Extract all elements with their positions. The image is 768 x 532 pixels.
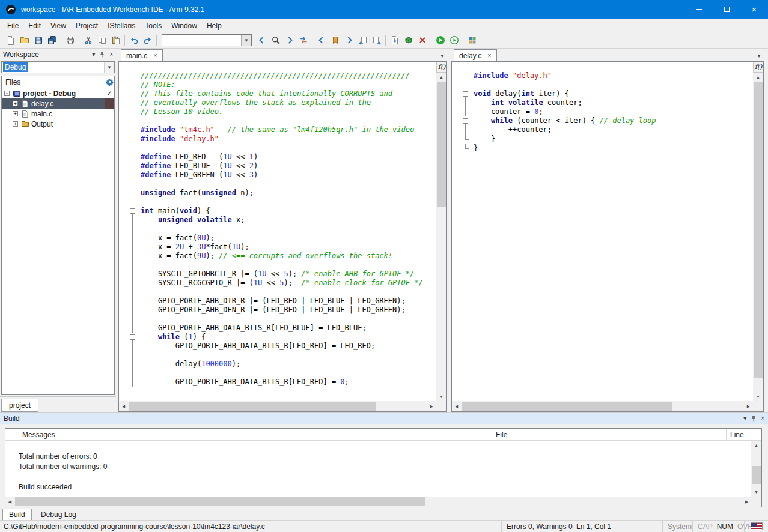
maximize-button[interactable]: [713, 0, 740, 19]
tab-close-icon[interactable]: ×: [487, 52, 491, 59]
download-and-debug-button[interactable]: [433, 34, 447, 47]
fold-collapse-icon[interactable]: -: [463, 118, 468, 124]
code-line[interactable]: x = 2U + 3U*fact(1U);: [119, 243, 436, 252]
vertical-scrollbar[interactable]: ▲ ▼: [751, 441, 761, 497]
scroll-right-icon[interactable]: ▶: [427, 401, 436, 411]
code-line[interactable]: [119, 369, 436, 378]
save-all-button[interactable]: [45, 34, 59, 47]
menu-item-tools[interactable]: Tools: [140, 20, 166, 32]
print-button[interactable]: [63, 34, 77, 47]
code-line[interactable]: #define LED_RED (1U << 1): [119, 153, 436, 162]
tab-close-icon[interactable]: ×: [153, 52, 157, 59]
code-line[interactable]: [119, 198, 436, 207]
expand-icon[interactable]: +: [13, 121, 18, 127]
code-line[interactable]: x = fact(0U);: [119, 234, 436, 243]
open-file-button[interactable]: [17, 34, 31, 47]
code-line[interactable]: delay(1000000);: [119, 360, 436, 369]
copy-button[interactable]: [95, 34, 109, 47]
code-line[interactable]: // eventually overflows the stack as exp…: [119, 98, 436, 107]
menu-item-help[interactable]: Help: [202, 20, 227, 32]
pin-icon[interactable]: [751, 415, 757, 422]
tree-item-project-debug[interactable]: -project - Debug✓: [2, 88, 114, 98]
code-editor[interactable]: f() #include "delay.h"-void delay(int it…: [451, 61, 764, 412]
navigate-backward-button[interactable]: [314, 34, 328, 47]
scroll-right-icon[interactable]: ▶: [744, 401, 753, 411]
find-previous-button[interactable]: [255, 34, 269, 47]
find-input[interactable]: [162, 35, 241, 46]
scroll-down-icon[interactable]: ▼: [753, 392, 763, 401]
new-document-button[interactable]: [4, 34, 17, 47]
replace-button[interactable]: [296, 34, 310, 47]
code-line[interactable]: // Lesson-10 video.: [119, 107, 436, 116]
fold-collapse-icon[interactable]: -: [130, 334, 135, 340]
function-list-button[interactable]: f(): [753, 62, 763, 73]
menu-item-project[interactable]: Project: [71, 20, 103, 32]
scroll-up-icon[interactable]: ▲: [753, 73, 763, 82]
code-line[interactable]: }: [452, 135, 753, 144]
code-line[interactable]: [119, 144, 436, 153]
code-line[interactable]: x = fact(9U); // <== corrupts and overfl…: [119, 252, 436, 261]
scrollbar-thumb[interactable]: [754, 82, 763, 378]
fold-collapse-icon[interactable]: -: [463, 91, 468, 97]
code-line[interactable]: int volatile counter;: [452, 98, 753, 107]
code-line[interactable]: [119, 180, 436, 189]
settings-gear-icon[interactable]: [105, 78, 114, 86]
scroll-right-icon[interactable]: ▶: [742, 497, 751, 507]
previous-bookmark-button[interactable]: [356, 34, 370, 47]
scroll-left-icon[interactable]: ◀: [5, 497, 14, 507]
build-column-file[interactable]: File: [492, 429, 727, 440]
horizontal-scrollbar[interactable]: ◀ ▶: [452, 401, 753, 411]
minimize-button[interactable]: [685, 0, 713, 19]
code-line[interactable]: [452, 80, 753, 89]
tab-list-dropdown-icon[interactable]: ▼: [440, 53, 445, 59]
scrollbar-thumb[interactable]: [437, 82, 446, 207]
expand-icon[interactable]: +: [13, 101, 18, 106]
build-message-row[interactable]: [5, 471, 751, 482]
code-line[interactable]: - while (1) {: [119, 333, 436, 342]
code-line[interactable]: #define LED_BLUE (1U << 2): [119, 162, 436, 171]
menu-item-view[interactable]: View: [46, 20, 71, 32]
code-line[interactable]: ++counter;: [452, 125, 753, 135]
expand-icon[interactable]: +: [13, 111, 18, 116]
tab-delay-c[interactable]: delay.c ×: [454, 49, 497, 61]
code-line[interactable]: unsigned fact(unsigned n);: [119, 189, 436, 198]
code-line[interactable]: [119, 288, 436, 297]
code-line[interactable]: }: [452, 144, 753, 153]
code-line[interactable]: counter = 0;: [452, 107, 753, 116]
code-editor[interactable]: f() ////////////////////////////////////…: [118, 61, 447, 412]
chevron-down-icon[interactable]: ▼: [241, 35, 251, 46]
tree-item-output[interactable]: +Output: [2, 119, 114, 129]
paste-button[interactable]: [109, 34, 123, 47]
redo-button[interactable]: [141, 34, 154, 47]
code-line[interactable]: [119, 225, 436, 234]
build-column-line[interactable]: Line: [727, 429, 761, 440]
code-line[interactable]: [119, 351, 436, 360]
tree-item-delay-c[interactable]: +delay.c: [2, 98, 114, 109]
custom-tool-button[interactable]: [465, 34, 479, 47]
undo-button[interactable]: [127, 34, 141, 47]
config-selector[interactable]: Debug ▼: [1, 61, 115, 73]
code-line[interactable]: GPIO_PORTF_AHB_DATA_BITS_R[LED_BLUE] = L…: [119, 324, 436, 333]
chevron-down-icon[interactable]: ▾: [743, 416, 746, 422]
scrollbar-thumb[interactable]: [752, 466, 761, 484]
vertical-scrollbar[interactable]: ▲ ▼: [753, 73, 763, 401]
code-line[interactable]: SYSCTL_GPIOHBCTL_R |= (1U << 5); /* enab…: [119, 270, 436, 279]
fold-collapse-icon[interactable]: -: [130, 208, 135, 214]
code-line[interactable]: #include "tm4c.h" // the same as "lm4f12…: [119, 125, 436, 135]
chevron-down-icon[interactable]: ▼: [104, 62, 114, 73]
tab-main-c[interactable]: main.c ×: [121, 49, 163, 61]
menu-item-window[interactable]: Window: [166, 20, 202, 32]
code-line[interactable]: SYSCTL_RCGCGPIO_R |= (1U << 5); /* enabl…: [119, 279, 436, 288]
code-line[interactable]: ////////////////////////////////////////…: [119, 71, 436, 80]
scroll-up-icon[interactable]: ▲: [436, 73, 446, 82]
function-list-button[interactable]: f(): [436, 62, 446, 73]
chevron-down-icon[interactable]: ▾: [92, 52, 95, 58]
scrollbar-thumb[interactable]: [462, 402, 672, 411]
save-button[interactable]: [31, 34, 45, 47]
tree-item-main-c[interactable]: +main.c: [2, 109, 114, 119]
tab-list-dropdown-icon[interactable]: ▼: [757, 53, 761, 59]
navigate-forward-button[interactable]: [342, 34, 356, 47]
code-line[interactable]: // NOTE:: [119, 80, 436, 89]
debug-without-downloading-button[interactable]: [447, 34, 461, 47]
close-button[interactable]: ×: [740, 0, 768, 19]
